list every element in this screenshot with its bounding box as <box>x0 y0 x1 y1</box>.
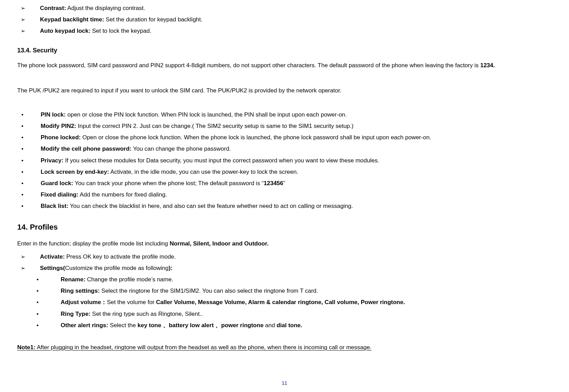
item-s1: 、 <box>161 322 169 329</box>
list-item-text: Ring Type: Set the ring type such as Rin… <box>61 309 203 319</box>
list-item-text: Keypad backlight time: Set the duration … <box>40 15 203 24</box>
list-item: ➢ Auto keypad lock: Set to lock the keyp… <box>17 26 552 36</box>
document-page: ➢ Contrast: Adjust the displaying contra… <box>0 0 569 360</box>
item-desc: Open or close the phone lock function. W… <box>81 134 431 141</box>
list-item: ➢ Contrast: Adjust the displaying contra… <box>17 3 552 13</box>
bullet-icon: • <box>17 144 41 153</box>
list-item-text: Activate: Press OK key to activate the p… <box>40 252 176 261</box>
note-body: After plugging in the headset, ringtone … <box>35 344 372 351</box>
bullet-icon: • <box>17 286 61 295</box>
list-item: • Lock screen by end-key: Activate, in t… <box>17 167 552 177</box>
arrow-icon: ➢ <box>17 252 40 261</box>
item-label: Fixed dialing: <box>41 191 79 198</box>
bullet-icon: • <box>17 201 41 211</box>
security-paragraph-1: The phone lock password, SIM card passwo… <box>17 60 552 71</box>
item-desc: Press OK key to activate the profile mod… <box>65 253 176 260</box>
list-item: • Fixed dialing: Add the numbers for fix… <box>17 190 552 199</box>
item-desc: Add the numbers for fixed dialing. <box>79 191 167 198</box>
item-pre: You can track your phone when the phone … <box>73 180 264 187</box>
item-pre: Select the <box>108 322 138 329</box>
bullet-icon: • <box>17 190 41 199</box>
list-item: • Other alert rings: Select the key tone… <box>17 321 552 330</box>
item-label: PIN lock: <box>41 111 66 118</box>
item-label: Phone locked: <box>41 134 81 141</box>
list-item-text: Phone locked: Open or close the phone lo… <box>41 133 431 142</box>
item-desc: Adjust the displaying contrast. <box>66 5 145 11</box>
profiles-intro: Enter in the function; display the profi… <box>17 238 552 249</box>
list-item-text: Adjust volume：Set the volume for Caller … <box>61 298 405 307</box>
item-desc: open or close the PIN lock function. Whe… <box>66 111 347 118</box>
settings-bold-b: ): <box>169 265 172 271</box>
item-desc: You can change the phone password. <box>132 145 231 152</box>
intro-bold: Normal, Silent, Indoor and Outdoor. <box>170 240 268 247</box>
bullet-icon: • <box>17 275 61 284</box>
item-label: Modify the cell phone password: <box>41 145 132 152</box>
security-paragraph-2: The PUK /PUK2 are required to input if y… <box>17 85 552 96</box>
list-item-text: Fixed dialing: Add the numbers for fixed… <box>41 190 167 199</box>
note-label: Note1: <box>17 344 35 351</box>
list-item: ➢ Keypad backlight time: Set the duratio… <box>17 15 552 24</box>
note-line: Note1: After plugging in the headset, ri… <box>17 342 552 353</box>
list-item-text: Settings(Customize the profile mode as f… <box>40 263 173 273</box>
item-label: Modify PIN2: <box>41 123 76 129</box>
item-label: Activate: <box>40 253 65 260</box>
list-item-text: Rename: Change the profile mode’s name. <box>61 275 173 284</box>
list-item: • Guard lock: You can track your phone w… <box>17 179 552 188</box>
item-desc: If you select these modules for Data sec… <box>63 157 379 164</box>
bullet-icon: • <box>17 121 41 131</box>
item-label: Ring settings: <box>61 288 100 294</box>
item-label: Privacy: <box>41 157 63 164</box>
list-item-text: Modify PIN2: Input the correct PIN 2. Ju… <box>41 121 354 131</box>
list-item-text: Modify the cell phone password: You can … <box>41 144 231 153</box>
list-item: • PIN lock: open or close the PIN lock f… <box>17 110 552 119</box>
spacer <box>17 73 552 85</box>
list-item-text: PIN lock: open or close the PIN lock fun… <box>41 110 347 119</box>
section-heading-profiles: 14. Profiles <box>17 223 552 232</box>
item-label: Rename: <box>61 276 85 283</box>
item-k1: key tone <box>138 322 161 329</box>
profiles-arrow-list: ➢ Activate: Press OK key to activate the… <box>17 252 552 273</box>
arrow-icon: ➢ <box>17 264 40 273</box>
item-desc: Set the duration for keypad backlight. <box>104 16 202 23</box>
arrow-icon: ➢ <box>17 4 40 13</box>
item-label: Keypad backlight time: <box>40 16 104 23</box>
item-desc: You can check the blacklist in here, and… <box>68 203 353 209</box>
para-text: The phone lock password, SIM card passwo… <box>17 62 480 69</box>
list-item-text: Privacy: If you select these modules for… <box>41 156 379 165</box>
list-item: • Black list: You can check the blacklis… <box>17 201 552 211</box>
item-pre: Set the volume for <box>107 299 156 305</box>
intro-text: Enter in the function; display the profi… <box>17 240 170 247</box>
list-item: • Phone locked: Open or close the phone … <box>17 133 552 142</box>
list-item-text: Auto keypad lock: Set to lock the keypad… <box>40 26 151 36</box>
note-underlined-text: Note1: After plugging in the headset, ri… <box>17 344 372 351</box>
list-item-text: Other alert rings: Select the key tone 、… <box>61 321 302 330</box>
list-item: • Modify the cell phone password: You ca… <box>17 144 552 153</box>
bullet-icon: • <box>17 156 41 165</box>
item-mid-a: Caller Volume, Message <box>156 299 223 305</box>
item-label: Lock screen by end-key: <box>41 169 109 175</box>
item-mid: 123456 <box>264 180 283 187</box>
top-arrow-list: ➢ Contrast: Adjust the displaying contra… <box>17 3 552 36</box>
item-label: Black list: <box>41 203 68 209</box>
bullet-icon: • <box>17 179 41 188</box>
item-mid: and <box>264 322 277 329</box>
item-desc: Activate, in the idle mode, you can use … <box>109 169 298 175</box>
list-item-text: Black list: You can check the blacklist … <box>41 201 353 211</box>
list-item: • Adjust volume：Set the volume for Calle… <box>17 298 552 307</box>
page-number: 11 <box>0 380 569 386</box>
list-item-text: Contrast: Adjust the displaying contrast… <box>40 3 145 13</box>
item-label: Auto keypad lock: <box>40 28 90 34</box>
settings-bold-a: Settings( <box>40 265 65 271</box>
list-item-text: Ring settings: Select the ringtone for t… <box>61 286 318 295</box>
arrow-icon: ➢ <box>17 27 40 36</box>
item-desc: Set to lock the keypad. <box>90 28 151 34</box>
item-desc: Change the profile mode’s name. <box>85 276 173 283</box>
para-bold: 1234. <box>480 62 495 69</box>
item-k2: battery low alert <box>169 322 214 329</box>
bullet-icon: • <box>17 321 61 330</box>
bullet-icon: • <box>17 298 61 307</box>
arrow-icon: ➢ <box>17 15 40 24</box>
item-label: Contrast: <box>40 5 66 11</box>
list-item: • Ring Type: Set the ring type such as R… <box>17 309 552 319</box>
item-k3: power ringtone <box>221 322 264 329</box>
